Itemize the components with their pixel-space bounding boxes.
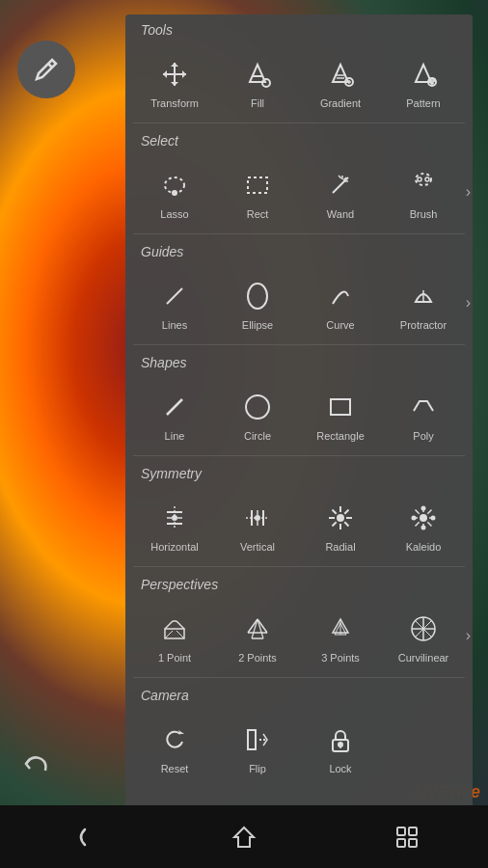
rectangle-icon bbox=[319, 386, 362, 428]
transform-icon bbox=[153, 53, 196, 95]
tool-protractor[interactable]: Protractor bbox=[382, 267, 465, 339]
tool-radial[interactable]: Radial bbox=[299, 489, 382, 560]
curvilinear-label: Curvilinear bbox=[398, 652, 449, 664]
guides-expand-arrow[interactable]: › bbox=[466, 294, 471, 312]
home-nav-button[interactable] bbox=[220, 813, 268, 861]
curve-icon bbox=[319, 275, 362, 317]
radial-label: Radial bbox=[325, 541, 355, 553]
tools-section-tools: Transform Fill bbox=[125, 41, 473, 121]
svg-line-57 bbox=[416, 522, 420, 526]
tool-wand[interactable]: Wand bbox=[299, 156, 382, 228]
ellipse-icon bbox=[236, 275, 279, 317]
tool-vertical[interactable]: Vertical bbox=[216, 489, 299, 560]
lock-icon bbox=[319, 719, 362, 761]
empty-cell bbox=[382, 711, 465, 782]
divider-2 bbox=[133, 233, 465, 234]
tool-lock[interactable]: Lock bbox=[299, 711, 382, 782]
tools-panel: Tools Transform bbox=[125, 14, 473, 825]
undo-button[interactable] bbox=[17, 745, 56, 783]
horizontal-icon bbox=[153, 497, 196, 539]
tool-curve[interactable]: Curve bbox=[299, 267, 382, 339]
1point-icon bbox=[153, 608, 196, 650]
perspectives-expand-arrow[interactable]: › bbox=[466, 627, 471, 644]
tool-flip[interactable]: Flip bbox=[216, 711, 299, 782]
tool-ellipse[interactable]: Ellipse bbox=[216, 267, 299, 339]
tool-circle[interactable]: Circle bbox=[216, 378, 299, 449]
svg-point-59 bbox=[422, 527, 425, 529]
select-header: Select bbox=[125, 125, 473, 152]
tool-fill[interactable]: Fill bbox=[216, 45, 299, 117]
svg-point-58 bbox=[422, 507, 425, 510]
3points-label: 3 Points bbox=[321, 652, 360, 664]
lock-label: Lock bbox=[329, 763, 351, 774]
tool-gradient[interactable]: Gradient bbox=[299, 45, 382, 117]
tool-poly[interactable]: Poly bbox=[382, 378, 465, 449]
svg-line-47 bbox=[344, 510, 348, 514]
tool-1point[interactable]: 1 Point bbox=[133, 600, 216, 671]
tool-lasso[interactable]: Lasso bbox=[133, 156, 216, 228]
tool-rect[interactable]: Rect bbox=[216, 156, 299, 228]
tools-header: Tools bbox=[125, 14, 473, 41]
tool-reset[interactable]: Reset bbox=[133, 711, 216, 782]
divider-6 bbox=[133, 677, 465, 678]
curve-label: Curve bbox=[326, 319, 354, 331]
tool-curvilinear[interactable]: Curvilinear bbox=[382, 600, 465, 671]
svg-point-20 bbox=[418, 177, 421, 181]
tool-horizontal[interactable]: Horizontal bbox=[133, 489, 216, 560]
svg-line-66 bbox=[165, 631, 173, 638]
svg-line-18 bbox=[339, 176, 341, 178]
svg-point-35 bbox=[256, 516, 259, 520]
lasso-label: Lasso bbox=[160, 208, 188, 220]
rectangle-label: Rectangle bbox=[316, 430, 365, 442]
flip-label: Flip bbox=[249, 763, 266, 774]
svg-rect-88 bbox=[397, 839, 405, 847]
tool-2points[interactable]: 2 Points bbox=[216, 600, 299, 671]
bottom-nav bbox=[0, 805, 488, 868]
reset-label: Reset bbox=[161, 763, 189, 774]
back-nav-button[interactable] bbox=[57, 813, 105, 861]
svg-line-46 bbox=[344, 522, 348, 526]
divider-1 bbox=[133, 122, 465, 123]
svg-point-49 bbox=[420, 515, 426, 521]
circle-icon bbox=[236, 386, 279, 428]
svg-rect-89 bbox=[409, 839, 417, 847]
apps-nav-button[interactable] bbox=[383, 813, 431, 861]
brush-select-label: Brush bbox=[410, 208, 438, 220]
perspectives-header: Perspectives bbox=[125, 569, 473, 596]
svg-rect-80 bbox=[248, 730, 256, 749]
circle-label: Circle bbox=[244, 430, 271, 442]
svg-marker-85 bbox=[234, 827, 254, 847]
guides-header: Guides bbox=[125, 236, 473, 263]
vertical-icon bbox=[236, 497, 279, 539]
curvilinear-icon bbox=[402, 608, 445, 650]
transform-label: Transform bbox=[150, 97, 199, 109]
tool-transform[interactable]: Transform bbox=[133, 45, 216, 117]
svg-point-9 bbox=[431, 82, 433, 84]
divider-3 bbox=[133, 344, 465, 345]
line-icon bbox=[153, 386, 196, 428]
tools-section-shapes: Line Circle Rectangle bbox=[125, 374, 473, 453]
wand-label: Wand bbox=[327, 208, 354, 220]
tool-lines[interactable]: Lines bbox=[133, 267, 216, 339]
camera-header: Camera bbox=[125, 680, 473, 707]
svg-point-40 bbox=[338, 515, 343, 521]
ellipse-label: Ellipse bbox=[242, 319, 273, 331]
pattern-label: Pattern bbox=[406, 97, 440, 109]
kaleido-icon bbox=[402, 497, 445, 539]
tool-rectangle[interactable]: Rectangle bbox=[299, 378, 382, 449]
tool-line[interactable]: Line bbox=[133, 378, 216, 449]
svg-rect-86 bbox=[397, 827, 405, 835]
tool-pattern[interactable]: Pattern bbox=[382, 45, 465, 117]
reset-icon bbox=[153, 719, 196, 761]
select-expand-arrow[interactable]: › bbox=[466, 183, 471, 201]
svg-line-56 bbox=[427, 510, 431, 514]
tool-brush[interactable]: Brush bbox=[382, 156, 465, 228]
tool-3points[interactable]: 3 Points bbox=[299, 600, 382, 671]
protractor-icon bbox=[402, 275, 445, 317]
tool-kaleido[interactable]: Kaleido bbox=[382, 489, 465, 560]
tools-section-symmetry: Horizontal Vertical bbox=[125, 485, 473, 564]
brush-button[interactable] bbox=[17, 41, 75, 98]
svg-point-23 bbox=[248, 284, 267, 309]
lines-icon bbox=[153, 275, 196, 317]
brush-select-icon bbox=[402, 164, 445, 206]
